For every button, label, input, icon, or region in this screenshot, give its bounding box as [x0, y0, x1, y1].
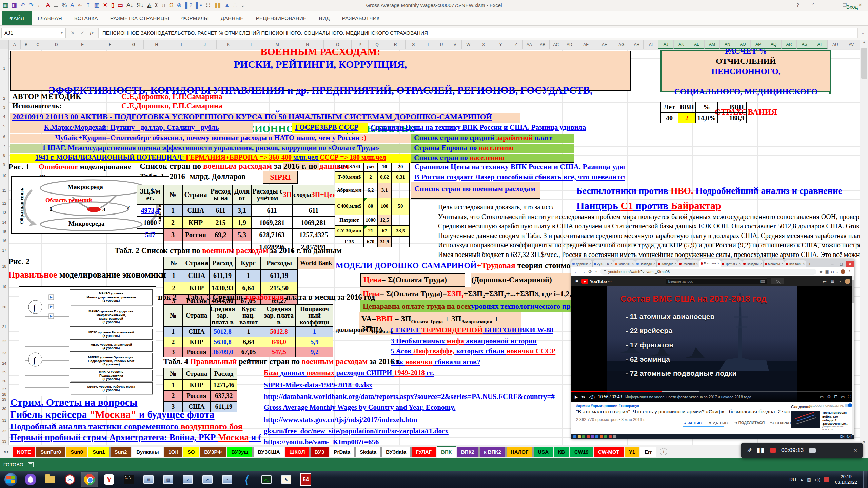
browser-tab-9[interactable]: Мобильн✕ [764, 260, 785, 267]
weapons-price-table-r5-c0[interactable]: СУ 30,млн [335, 226, 363, 237]
ribbon-tab-данные[interactable]: ДАННЫЕ [215, 11, 250, 25]
ribbon-tab-рецензирование[interactable]: РЕЦЕНЗИРОВАНИЕ [250, 11, 313, 25]
save-icon[interactable]: ◨ [12, 2, 17, 8]
tbl3-r0-c0[interactable]: 1 [163, 327, 183, 337]
tbl1-r1-c4[interactable]: 1,9 [232, 217, 252, 229]
column-header-AH[interactable]: AH [630, 40, 644, 49]
gdp-mini-table-r0-c3[interactable] [717, 102, 727, 113]
tbl3-r2-c5[interactable]: 9,2 [296, 347, 333, 357]
weapons-price-table-r0-c3[interactable]: 20 [391, 163, 410, 171]
column-header-H[interactable]: H [144, 40, 170, 49]
tbl3-r1-c0[interactable]: 2 [163, 337, 183, 347]
column-header-AI[interactable]: AI [644, 40, 658, 49]
tab-close-icon[interactable]: ✕ [803, 262, 805, 265]
tbl4-header-2[interactable]: Расход [210, 368, 237, 380]
tab-close-icon[interactable]: ✕ [696, 262, 698, 265]
tbl3-header-0[interactable]: № [163, 304, 183, 327]
gdp-mini-table-r1-c0[interactable]: 40 [660, 113, 678, 123]
row-header-21[interactable]: 21 [0, 325, 8, 329]
stream-link-1[interactable]: Гибель крейсера "Москва" и будущее флота [10, 409, 261, 420]
cancel-formula-icon[interactable]: ✕ [71, 30, 75, 36]
countries-population-link[interactable]: Список стран по населению [411, 154, 574, 163]
ribbon-tab-главная[interactable]: ГЛАВНАЯ [32, 11, 68, 25]
stop-record-icon[interactable] [770, 448, 776, 453]
new-sheet-button[interactable]: + [660, 448, 667, 455]
column-header-AG[interactable]: AG [613, 40, 630, 49]
row-header-3[interactable]: 3 [0, 105, 8, 109]
row-header-28[interactable]: 28 [0, 392, 8, 396]
autosum-icon[interactable]: Σ [155, 2, 159, 8]
browser-close[interactable]: ✕ [846, 261, 854, 267]
step1-link[interactable]: 1 ШАГ. Межгосударственная оценка эффекти… [10, 144, 411, 153]
row-header-6[interactable]: 6 [0, 135, 8, 139]
ribbon-tab-формулы[interactable]: ФОРМУЛЫ [175, 11, 215, 25]
tbl2-header-0[interactable]: № [163, 257, 184, 269]
weapons-price-table-r5-c2[interactable]: 67 [378, 226, 391, 237]
browser-tab-5[interactable]: Россия по✕ [678, 260, 699, 267]
data-source-link-3[interactable]: Gross Average Monthly Wages by Country a… [264, 403, 569, 413]
sheet-tab-ВПК[interactable]: ВПК [437, 446, 456, 458]
column-header-Q[interactable]: Q [369, 40, 386, 49]
tbl1-r1-c5[interactable]: 1069,281 [252, 217, 292, 229]
sheet-tab-ШКОЛ[interactable]: ШКОЛ [285, 447, 310, 457]
percent-icon[interactable]: % [62, 2, 67, 8]
tbl1-header-4[interactable]: Доля от [232, 185, 252, 204]
row-header-23[interactable]: 23 [0, 351, 8, 355]
taskbar-clock[interactable]: 20:1903.10.2022 [832, 474, 860, 485]
yt-search-button[interactable] [771, 278, 784, 284]
column-header-AL[interactable]: AL [689, 40, 704, 49]
column-header-AF[interactable]: AF [596, 40, 613, 49]
chart-paste-icon[interactable]: ▌▪ [196, 2, 202, 8]
weapons-price-table-r5-c1[interactable]: 21 [363, 226, 378, 237]
volume-icon[interactable]: ◁)) [589, 394, 595, 399]
forward-icon[interactable]: → [581, 269, 586, 274]
column-header-M[interactable]: M [263, 40, 291, 49]
gdp-mini-table-r1-c4[interactable]: 188,9 [727, 113, 747, 123]
tab-close-icon[interactable]: ✕ [781, 262, 784, 265]
row-header-29[interactable]: 29 [0, 397, 8, 401]
browser-tab-8[interactable]: Создани✕ [742, 260, 764, 267]
column-header-AD[interactable]: AD [563, 40, 576, 49]
row-header-25[interactable]: 25 [0, 370, 8, 374]
taskbar-folder-icon[interactable] [41, 472, 59, 487]
row-header-12[interactable]: 12 [0, 201, 8, 205]
tbl3-r0-c3[interactable]: 1 [235, 327, 262, 337]
column-header-AP[interactable]: AP [751, 40, 766, 49]
column-header-U[interactable]: U [435, 40, 449, 49]
gosrezerv-link[interactable]: ГОСРЕЗЕРВ СССР [292, 123, 368, 133]
data-source-link-5[interactable]: gks.ru/free_doc/new_site/population/trud… [264, 427, 569, 436]
tbl3-header-2[interactable]: Средняя зар. плата в [210, 304, 235, 327]
row-header-11[interactable]: 11 [0, 188, 8, 192]
sheet-tab-CW-MOT[interactable]: CW-MOT [594, 447, 624, 457]
tbl3-r0-c4[interactable]: 5012,8 [262, 327, 296, 337]
sheet-tab-USA[interactable]: USA [533, 447, 553, 457]
tbl1-r0-c4[interactable]: 3,1 [232, 204, 252, 217]
screen-recorder-widget[interactable]: ✎ ▮▮ 00:09:13 ✕ [741, 443, 863, 458]
taskbar-calculator-icon[interactable]: ⊞ [140, 472, 157, 487]
tbl1-r1-c6[interactable]: 1069,281 [292, 217, 335, 229]
browser-tab-2[interactable]: Your AliE✕ [614, 260, 635, 267]
weapons-price-table-r0-c2[interactable]: 10 [378, 163, 391, 171]
sparkline-icon[interactable]: ᎒᎒ [205, 2, 211, 8]
column-header-N[interactable]: N [291, 40, 324, 49]
stream-link-0[interactable]: Стрим. Ответы на вопросы [10, 396, 261, 408]
column-header-AC[interactable]: AC [550, 40, 563, 49]
back-icon[interactable]: ← [574, 269, 578, 274]
tbl1-header-1[interactable]: № [163, 185, 182, 204]
browser-address-bar[interactable]: ←→⟳⌂ youtube.com/watch?v=vam-_KImp08 ★▣◘… [571, 267, 854, 276]
browser-tab-1[interactable]: ZyXEL Ke✕ [593, 260, 614, 267]
tbl1-r0-c6[interactable]: 611 [292, 204, 335, 217]
tbl3-r0-c5[interactable]: 1 [296, 327, 333, 337]
countries-by-military-link[interactable]: Список стран по военным расходам [414, 184, 540, 193]
column-header-X[interactable]: X [475, 40, 492, 49]
play-icon[interactable]: ▶ [575, 394, 578, 399]
column-header-W[interactable]: W [462, 40, 475, 49]
sheet-tab-NOTE[interactable]: NOTE [13, 447, 36, 457]
next-icon[interactable]: ≫ [581, 394, 586, 399]
redo-icon[interactable]: ↷ [28, 2, 33, 8]
sheet-tab-Sun2[interactable]: Sun2 [110, 447, 132, 457]
tbl1-r0-c1[interactable]: 1 [163, 204, 182, 217]
row-header-17[interactable]: 17 [0, 248, 8, 252]
tbl1-r2-c4[interactable]: 5,3 [232, 229, 252, 241]
chart-area-icon[interactable]: ▲ [224, 2, 230, 8]
